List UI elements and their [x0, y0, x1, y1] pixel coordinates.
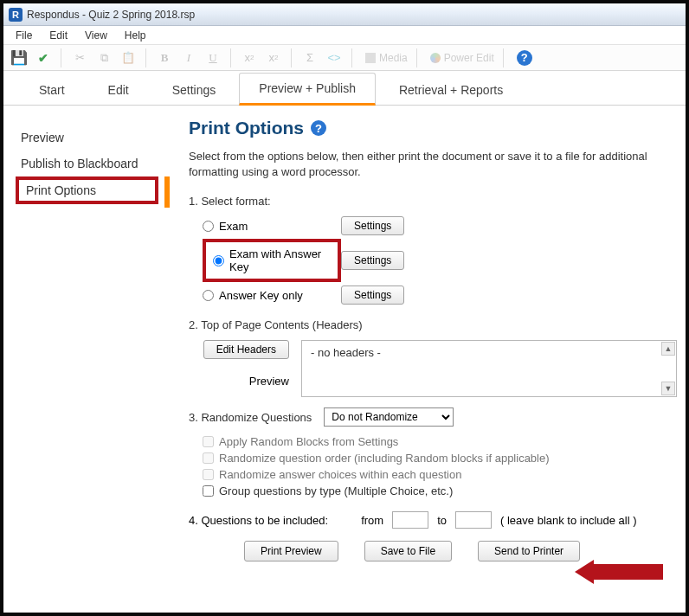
- chk-apply-blocks-label: Apply Random Blocks from Settings: [219, 435, 398, 448]
- superscript-icon[interactable]: x2: [263, 48, 284, 68]
- section-1-label: 1. Select format:: [189, 195, 677, 208]
- code-icon[interactable]: <>: [324, 48, 344, 68]
- page-title-text: Print Options: [189, 118, 304, 138]
- section-3-label: 3. Randomize Questions: [189, 411, 312, 424]
- header-preview-label: Preview: [249, 375, 289, 388]
- to-label: to: [437, 514, 447, 527]
- power-edit-button[interactable]: Power Edit: [425, 52, 499, 64]
- chk-randomize-answers[interactable]: Randomize answer choices within each que…: [203, 468, 677, 481]
- subscript-icon[interactable]: x2: [239, 48, 260, 68]
- window-title: Respondus - Quiz 2 Spring 2018.rsp: [27, 9, 195, 21]
- format-exam-key[interactable]: Exam with Answer Key: [203, 239, 341, 282]
- format-key-only-label: Answer Key only: [219, 289, 303, 302]
- sidebar-item-preview[interactable]: Preview: [16, 125, 168, 151]
- app-icon: R: [9, 8, 23, 22]
- chk-randomize-order-box[interactable]: [203, 452, 214, 464]
- from-label: from: [361, 514, 383, 527]
- menu-help[interactable]: Help: [116, 28, 155, 43]
- paste-icon[interactable]: 📋: [118, 48, 138, 68]
- menu-edit[interactable]: Edit: [41, 28, 76, 43]
- chk-apply-blocks[interactable]: Apply Random Blocks from Settings: [203, 435, 677, 448]
- edit-headers-button[interactable]: Edit Headers: [203, 340, 289, 359]
- from-input[interactable]: [392, 511, 428, 529]
- menubar: File Edit View Help: [3, 26, 686, 45]
- sidebar-item-print-options[interactable]: Print Options: [16, 176, 158, 204]
- tab-edit[interactable]: Edit: [88, 74, 149, 105]
- italic-icon[interactable]: I: [178, 48, 199, 68]
- format-key-only[interactable]: Answer Key only: [203, 289, 341, 302]
- format-exam-label: Exam: [219, 220, 248, 233]
- format-exam-key-radio[interactable]: [213, 255, 224, 266]
- sidebar: Preview Publish to Blackboard Print Opti…: [3, 106, 168, 613]
- send-to-printer-button[interactable]: Send to Printer: [478, 541, 580, 561]
- titlebar: R Respondus - Quiz 2 Spring 2018.rsp: [3, 3, 686, 26]
- scroll-up-icon[interactable]: ▲: [661, 342, 675, 356]
- main-tabs: Start Edit Settings Preview + Publish Re…: [3, 71, 686, 106]
- chk-group-by-type[interactable]: Group questions by type (Multiple Choice…: [203, 484, 677, 497]
- tab-start[interactable]: Start: [19, 74, 85, 105]
- media-label: Media: [379, 52, 408, 64]
- chk-apply-blocks-box[interactable]: [203, 436, 214, 447]
- copy-icon[interactable]: ⧉: [93, 48, 114, 68]
- spellcheck-icon[interactable]: ✔: [33, 48, 54, 68]
- header-preview-box: - no headers - ▲ ▼: [301, 340, 677, 397]
- arrow-send-to-printer: [575, 560, 663, 584]
- format-key-only-radio[interactable]: [203, 290, 214, 301]
- chk-group-by-type-box[interactable]: [203, 485, 214, 497]
- chk-randomize-answers-box[interactable]: [203, 469, 214, 480]
- header-preview-text: - no headers -: [311, 346, 381, 359]
- save-icon[interactable]: 💾: [9, 48, 29, 68]
- bold-icon[interactable]: B: [154, 48, 175, 68]
- sigma-icon[interactable]: Σ: [299, 48, 320, 68]
- content-area: Print Options ? Select from the options …: [168, 106, 686, 613]
- media-button[interactable]: Media: [360, 52, 413, 64]
- menu-file[interactable]: File: [7, 28, 41, 43]
- save-to-file-button[interactable]: Save to File: [364, 541, 452, 561]
- power-edit-label: Power Edit: [444, 52, 494, 64]
- chk-group-by-type-label: Group questions by type (Multiple Choice…: [219, 484, 453, 497]
- leave-blank-label: ( leave blank to include all ): [500, 514, 637, 527]
- tab-preview-publish[interactable]: Preview + Publish: [239, 73, 376, 106]
- page-help-icon[interactable]: ?: [311, 120, 326, 136]
- format-exam[interactable]: Exam: [203, 220, 341, 233]
- format-key-only-settings-button[interactable]: Settings: [341, 286, 404, 305]
- tab-retrieval-reports[interactable]: Retrieval + Reports: [379, 74, 523, 105]
- section-4-label: 4. Questions to be included:: [189, 514, 328, 527]
- format-exam-key-settings-button[interactable]: Settings: [341, 251, 404, 270]
- cut-icon[interactable]: ✂: [69, 48, 90, 68]
- sidebar-item-publish[interactable]: Publish to Blackboard: [16, 151, 168, 176]
- toolbar: 💾 ✔ ✂ ⧉ 📋 B I U x2 x2 Σ <> Media Power E…: [3, 45, 686, 71]
- chk-randomize-order[interactable]: Randomize question order (including Rand…: [203, 452, 677, 465]
- underline-icon[interactable]: U: [203, 48, 223, 68]
- chk-randomize-answers-label: Randomize answer choices within each que…: [219, 468, 461, 481]
- format-exam-key-label: Exam with Answer Key: [229, 247, 331, 273]
- format-exam-radio[interactable]: [203, 221, 214, 232]
- randomize-select[interactable]: Do not Randomize: [324, 407, 454, 427]
- page-description: Select from the options below, then eith…: [189, 149, 677, 179]
- menu-view[interactable]: View: [76, 28, 116, 43]
- page-title: Print Options ?: [189, 118, 677, 138]
- chk-randomize-order-label: Randomize question order (including Rand…: [219, 452, 550, 465]
- scroll-down-icon[interactable]: ▼: [661, 382, 675, 395]
- format-exam-settings-button[interactable]: Settings: [341, 216, 404, 235]
- help-icon[interactable]: ?: [517, 50, 532, 66]
- section-2-label: 2. Top of Page Contents (Headers): [189, 318, 677, 331]
- print-preview-button[interactable]: Print Preview: [244, 541, 338, 561]
- to-input[interactable]: [455, 511, 492, 529]
- tab-settings[interactable]: Settings: [152, 74, 236, 105]
